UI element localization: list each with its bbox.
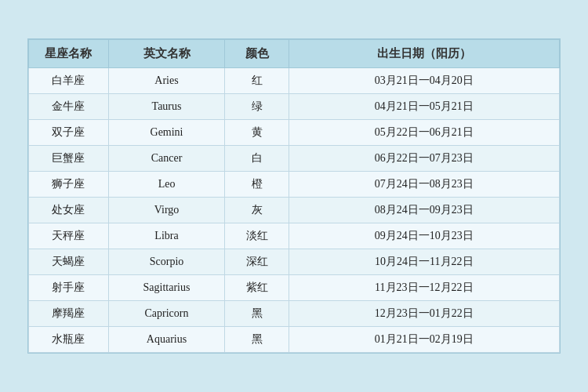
cell-color: 白 [225, 146, 289, 172]
table-header-row: 星座名称 英文名称 颜色 出生日期（阳历） [29, 40, 560, 68]
table-row: 巨蟹座Cancer白06月22日一07月23日 [29, 146, 560, 172]
table-row: 白羊座Aries红03月21日一04月20日 [29, 68, 560, 94]
cell-chinese: 金牛座 [29, 94, 109, 120]
cell-english: Cancer [108, 146, 225, 172]
table-row: 狮子座Leo橙07月24日一08月23日 [29, 172, 560, 198]
table-row: 天蝎座Scorpio深红10月24日一11月22日 [29, 249, 560, 275]
cell-color: 淡红 [225, 223, 289, 249]
cell-color: 紫红 [225, 275, 289, 301]
header-date: 出生日期（阳历） [289, 40, 559, 68]
table-row: 天秤座Libra淡红09月24日一10月23日 [29, 223, 560, 249]
cell-english: Gemini [108, 120, 225, 146]
cell-english: Sagittarius [108, 275, 225, 301]
cell-chinese: 白羊座 [29, 68, 109, 94]
cell-color: 绿 [225, 94, 289, 120]
cell-english: Virgo [108, 198, 225, 223]
cell-dates: 12月23日一01月22日 [289, 301, 559, 327]
cell-english: Scorpio [108, 249, 225, 275]
cell-chinese: 双子座 [29, 120, 109, 146]
cell-chinese: 天秤座 [29, 223, 109, 249]
header-chinese: 星座名称 [29, 40, 109, 68]
table-row: 金牛座Taurus绿04月21日一05月21日 [29, 94, 560, 120]
cell-dates: 04月21日一05月21日 [289, 94, 559, 120]
cell-english: Aries [108, 68, 225, 94]
cell-dates: 10月24日一11月22日 [289, 249, 559, 275]
cell-english: Libra [108, 223, 225, 249]
table-row: 射手座Sagittarius紫红11月23日一12月22日 [29, 275, 560, 301]
cell-chinese: 处女座 [29, 198, 109, 223]
cell-english: Capricorn [108, 301, 225, 327]
zodiac-table: 星座名称 英文名称 颜色 出生日期（阳历） 白羊座Aries红03月21日一04… [28, 39, 560, 353]
cell-english: Taurus [108, 94, 225, 120]
header-english: 英文名称 [108, 40, 225, 68]
zodiac-table-container: 星座名称 英文名称 颜色 出生日期（阳历） 白羊座Aries红03月21日一04… [27, 38, 561, 354]
table-row: 处女座Virgo灰08月24日一09月23日 [29, 198, 560, 223]
cell-dates: 03月21日一04月20日 [289, 68, 559, 94]
cell-dates: 11月23日一12月22日 [289, 275, 559, 301]
cell-chinese: 狮子座 [29, 172, 109, 198]
cell-dates: 07月24日一08月23日 [289, 172, 559, 198]
cell-color: 红 [225, 68, 289, 94]
cell-chinese: 摩羯座 [29, 301, 109, 327]
cell-color: 灰 [225, 198, 289, 223]
cell-english: Leo [108, 172, 225, 198]
table-row: 摩羯座Capricorn黑12月23日一01月22日 [29, 301, 560, 327]
cell-color: 深红 [225, 249, 289, 275]
cell-color: 橙 [225, 172, 289, 198]
cell-dates: 05月22日一06月21日 [289, 120, 559, 146]
table-row: 双子座Gemini黄05月22日一06月21日 [29, 120, 560, 146]
table-row: 水瓶座Aquarius黑01月21日一02月19日 [29, 327, 560, 353]
cell-dates: 08月24日一09月23日 [289, 198, 559, 223]
cell-color: 黑 [225, 327, 289, 353]
cell-chinese: 射手座 [29, 275, 109, 301]
cell-chinese: 巨蟹座 [29, 146, 109, 172]
cell-english: Aquarius [108, 327, 225, 353]
cell-dates: 06月22日一07月23日 [289, 146, 559, 172]
cell-color: 黑 [225, 301, 289, 327]
cell-chinese: 水瓶座 [29, 327, 109, 353]
cell-color: 黄 [225, 120, 289, 146]
header-color: 颜色 [225, 40, 289, 68]
cell-dates: 01月21日一02月19日 [289, 327, 559, 353]
cell-dates: 09月24日一10月23日 [289, 223, 559, 249]
cell-chinese: 天蝎座 [29, 249, 109, 275]
